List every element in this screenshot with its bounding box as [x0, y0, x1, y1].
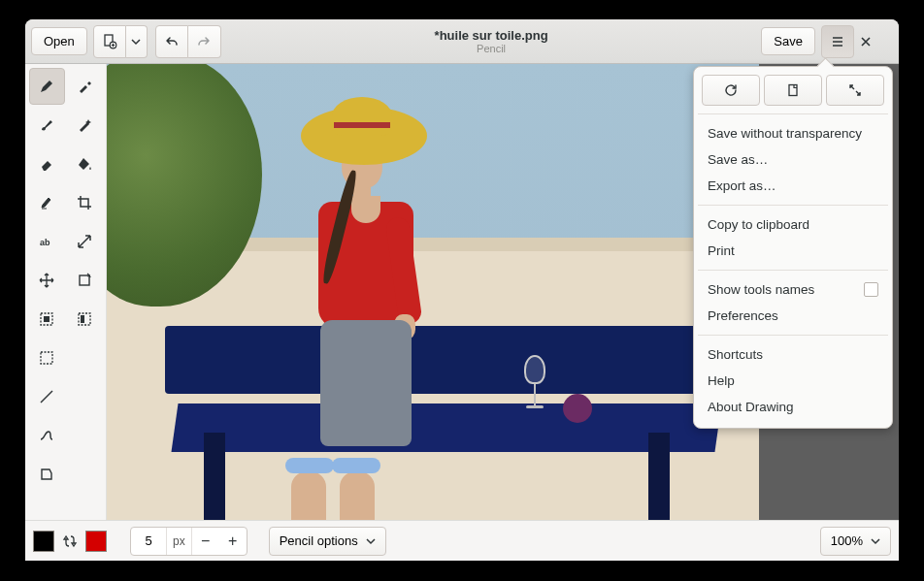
tool-select-free[interactable]: [29, 339, 65, 376]
zoom-dropdown[interactable]: 100%: [820, 527, 891, 556]
tool-options-dropdown[interactable]: Pencil options: [269, 527, 386, 556]
tool-rotate[interactable]: [67, 262, 103, 299]
line-icon: [39, 389, 54, 404]
curve-icon: [39, 428, 54, 443]
menu-export-as[interactable]: Export as…: [702, 173, 884, 199]
redo-button[interactable]: [188, 25, 221, 58]
select-rect-icon: [39, 311, 54, 327]
menu-save-no-transparency[interactable]: Save without transparency: [702, 120, 884, 146]
close-icon: [860, 36, 872, 48]
menu-preferences[interactable]: Preferences: [702, 303, 884, 329]
filename-label: *huile sur toile.png: [221, 28, 762, 43]
wand-icon: [77, 117, 92, 133]
close-window-button[interactable]: [860, 25, 893, 58]
page-icon: [786, 83, 800, 97]
pencil-icon: [39, 79, 54, 94]
size-input[interactable]: [131, 533, 166, 548]
app-window: Open *huile sur toile.png Pencil Save: [25, 19, 899, 561]
tool-eraser[interactable]: [29, 145, 65, 182]
tool-fill[interactable]: [67, 145, 103, 182]
title-center: *huile sur toile.png Pencil: [221, 28, 762, 54]
hamburger-icon: [831, 35, 844, 48]
primary-color-swatch[interactable]: [33, 531, 54, 552]
canvas[interactable]: [107, 64, 759, 520]
tool-subtitle: Pencil: [221, 43, 762, 54]
tool-crop[interactable]: [67, 184, 103, 221]
menu-print[interactable]: Print: [702, 238, 884, 264]
tool-eyedropper[interactable]: [67, 68, 103, 105]
secondary-color-swatch[interactable]: [85, 531, 107, 552]
zoom-label: 100%: [831, 533, 863, 548]
rotate-icon: [77, 273, 92, 288]
titlebar: Open *huile sur toile.png Pencil Save: [25, 19, 899, 64]
tool-blank2: [67, 378, 103, 415]
select-free-icon: [39, 350, 54, 366]
menu-reload-button[interactable]: [702, 75, 760, 106]
svg-rect-5: [44, 316, 50, 322]
tool-pencil[interactable]: [29, 68, 65, 105]
undo-button[interactable]: [155, 25, 188, 58]
save-button[interactable]: Save: [761, 27, 815, 55]
size-input-group: px − +: [130, 527, 248, 556]
size-unit: px: [166, 528, 192, 555]
svg-text:ab: ab: [40, 238, 50, 247]
size-increase[interactable]: +: [219, 528, 247, 555]
hamburger-menu-button[interactable]: [821, 25, 854, 58]
painting-content: [107, 64, 759, 520]
eraser-icon: [39, 156, 54, 172]
tool-filters[interactable]: [67, 301, 103, 338]
shape-icon: [39, 467, 54, 482]
menu-show-tool-names-label: Show tools names: [708, 282, 814, 297]
tool-scale[interactable]: [67, 223, 103, 260]
tool-move[interactable]: [29, 262, 65, 299]
bucket-icon: [77, 156, 92, 172]
svg-rect-3: [80, 275, 89, 285]
tool-curve[interactable]: [29, 417, 65, 454]
tool-text[interactable]: ab: [29, 223, 65, 260]
menu-image-props-button[interactable]: [764, 75, 822, 106]
tool-blank: [67, 339, 103, 376]
tool-brush[interactable]: [29, 107, 65, 144]
crop-icon: [77, 195, 92, 210]
tool-wand[interactable]: [67, 107, 103, 144]
document-new-icon: [102, 34, 117, 49]
chevron-down-icon: [871, 536, 880, 546]
svg-rect-8: [41, 352, 52, 364]
tool-line[interactable]: [29, 378, 65, 415]
swap-colors-button[interactable]: [62, 533, 78, 549]
fullscreen-icon: [848, 83, 862, 97]
tool-shape[interactable]: [29, 456, 65, 493]
swap-icon: [62, 533, 78, 549]
svg-rect-7: [81, 315, 84, 323]
svg-rect-9: [789, 85, 797, 96]
size-decrease[interactable]: −: [192, 528, 219, 555]
menu-fullscreen-button[interactable]: [826, 75, 884, 106]
menu-shortcuts[interactable]: Shortcuts: [702, 341, 884, 368]
tool-blank3: [67, 417, 103, 454]
menu-about[interactable]: About Drawing: [702, 394, 884, 420]
scale-icon: [77, 234, 92, 249]
tool-options-label: Pencil options: [280, 533, 358, 548]
redo-icon: [197, 35, 211, 48]
menu-help[interactable]: Help: [702, 368, 884, 394]
menu-show-tool-names[interactable]: Show tools names: [702, 276, 884, 303]
menu-copy-clipboard[interactable]: Copy to clipboard: [702, 211, 884, 238]
new-image-split: [93, 25, 148, 58]
chevron-down-icon: [366, 536, 376, 546]
bottom-bar: px − + Pencil options 100%: [25, 520, 899, 561]
main-menu-popover: Save without transparency Save as… Expor…: [693, 66, 893, 429]
brush-icon: [39, 117, 54, 133]
tool-highlighter[interactable]: [29, 184, 65, 221]
move-icon: [39, 273, 54, 288]
toolbox: ab: [25, 64, 107, 520]
new-image-button[interactable]: [93, 25, 126, 58]
undo-redo-group: [155, 25, 221, 58]
reload-icon: [724, 83, 738, 97]
highlighter-icon: [39, 195, 54, 210]
tool-select-rect[interactable]: [29, 301, 65, 338]
open-button[interactable]: Open: [31, 27, 87, 55]
new-image-dropdown[interactable]: [126, 25, 148, 58]
menu-save-as[interactable]: Save as…: [702, 146, 884, 173]
undo-icon: [165, 35, 179, 48]
eyedropper-icon: [77, 79, 92, 94]
